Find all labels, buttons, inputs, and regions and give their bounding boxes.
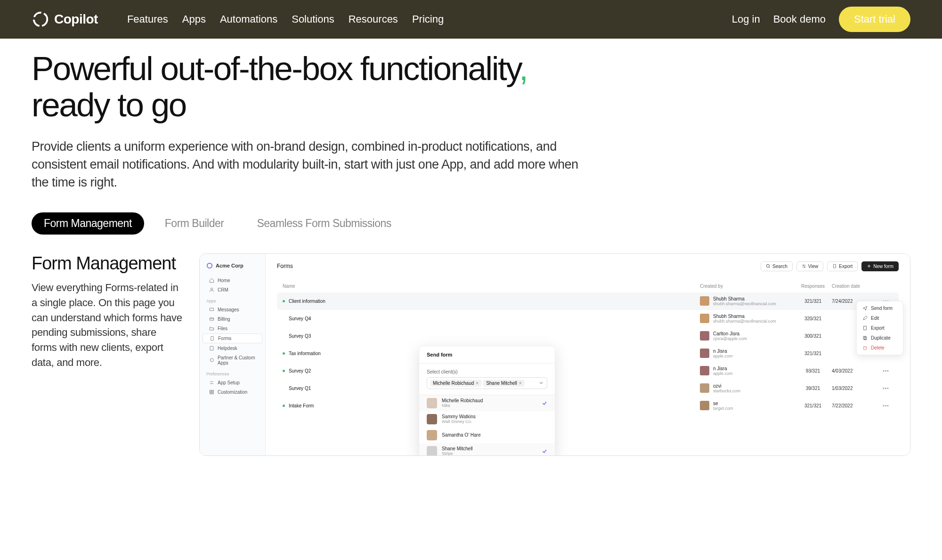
creator-name: n Jisra [713, 366, 733, 371]
option-company: Stripe [442, 451, 473, 456]
table-row[interactable]: Survey Q1 ozvistarbucks.com 39/321 1/03/… [277, 380, 899, 397]
check-icon [542, 448, 547, 454]
client-chip[interactable]: Michelle Robichaud× [430, 380, 481, 387]
send-form-modal: Send form Select client(s) Michelle Robi… [419, 346, 555, 456]
svg-point-2 [211, 288, 212, 290]
table-row[interactable]: Survey Q4 Shubh Sharmashubh.sharma@neofi… [277, 310, 899, 327]
row-more-button[interactable]: ••• [879, 368, 893, 373]
table-row[interactable]: Survey Q2 n Jisraapple.com 93/321 4/03/2… [277, 362, 899, 380]
avatar [700, 314, 709, 323]
sidebar-item-helpdesk[interactable]: Helpdesk [203, 344, 262, 353]
user-icon [209, 287, 214, 292]
nav-automations[interactable]: Automations [220, 13, 277, 25]
app-main: Forms Search View Export New form Name C… [266, 254, 910, 455]
view-button[interactable]: View [796, 261, 824, 271]
brand-name: Copilot [54, 12, 98, 27]
dropdown-option[interactable]: Shane MitchellStripe [419, 443, 555, 456]
row-more-button[interactable]: ••• [879, 403, 893, 408]
chip-remove-icon[interactable]: × [476, 381, 479, 386]
nav-solutions[interactable]: Solutions [292, 13, 334, 25]
send-icon [862, 306, 868, 311]
nav-resources[interactable]: Resources [349, 13, 398, 25]
site-header: Copilot Features Apps Automations Soluti… [0, 0, 942, 39]
avatar [427, 398, 437, 408]
sidebar-item-customization[interactable]: Customization [203, 388, 262, 397]
avatar [700, 383, 709, 393]
content-row: Form Management View everything Forms-re… [0, 235, 942, 456]
folder-icon [209, 326, 214, 331]
copilot-logo-icon [32, 10, 49, 28]
ctx-send-form[interactable]: Send form [857, 303, 903, 313]
brand-logo[interactable]: Copilot [32, 10, 98, 28]
new-form-button[interactable]: New form [861, 261, 899, 271]
row-more-button[interactable]: ••• [879, 386, 893, 391]
dropdown-option[interactable]: Michelle RobichaudNike [419, 395, 555, 411]
ctx-duplicate[interactable]: Duplicate [857, 333, 903, 343]
export-button[interactable]: Export [827, 261, 858, 271]
book-icon [209, 346, 214, 351]
nav-right: Log in Book demo Start trial [732, 7, 910, 32]
dropdown-option[interactable]: Samantha O' Hare [419, 427, 555, 443]
creator-email: apple.com [713, 354, 733, 358]
sidebar-item-home[interactable]: Home [203, 276, 262, 285]
col-created: Created by [700, 284, 794, 289]
sidebar-item-app-setup[interactable]: App Setup [203, 378, 262, 387]
svg-rect-27 [864, 347, 867, 349]
responses-count: 321/321 [794, 351, 832, 356]
form-name: Client information [289, 299, 325, 304]
tab-form-management[interactable]: Form Management [32, 212, 144, 235]
svg-point-0 [34, 13, 48, 26]
svg-rect-24 [864, 326, 867, 330]
chip-remove-icon[interactable]: × [519, 381, 522, 386]
avatar [427, 430, 437, 440]
sidebar-item-messages[interactable]: Messages [203, 305, 262, 314]
tab-form-builder[interactable]: Form Builder [153, 212, 236, 235]
sidebar-item-crm[interactable]: CRM [203, 285, 262, 294]
client-select[interactable]: Michelle Robichaud×Shane Mitchell× [427, 377, 547, 389]
book-demo-link[interactable]: Book demo [773, 13, 826, 25]
nav-pricing[interactable]: Pricing [412, 13, 444, 25]
content-text: Form Management View everything Forms-re… [32, 253, 182, 370]
svg-point-20 [804, 267, 805, 268]
section-body: View everything Forms-related in a singl… [32, 280, 182, 370]
message-icon [209, 307, 214, 312]
table-row[interactable]: Intake Form setarget.com 321/321 7/22/20… [277, 397, 899, 414]
dropdown-option[interactable]: Sammy WatkinsWalt Disney Co. [419, 411, 555, 427]
svg-point-19 [803, 265, 804, 266]
sidebar-item-files[interactable]: Files [203, 324, 262, 333]
status-dot-icon [283, 352, 285, 355]
svg-line-16 [769, 267, 770, 268]
table-row[interactable]: Tax information n Jisraapple.com 321/321… [277, 345, 899, 362]
ctx-delete[interactable]: Delete [857, 343, 903, 353]
table-row[interactable]: Client information Shubh Sharmashubh.sha… [277, 292, 899, 310]
sidebar-item-forms[interactable]: Forms [203, 333, 262, 343]
login-link[interactable]: Log in [732, 13, 760, 25]
main-toolbar: Forms Search View Export New form [277, 261, 899, 271]
sidebar-brand[interactable]: Acme Corp [200, 262, 265, 276]
col-name: Name [283, 284, 700, 289]
search-button[interactable]: Search [761, 261, 793, 271]
app-sidebar: Acme Corp HomeCRM Apps MessagesBillingFi… [200, 254, 266, 455]
option-name: Sammy Watkins [442, 414, 476, 419]
form-name: Survey Q1 [289, 386, 311, 391]
ctx-edit[interactable]: Edit [857, 313, 903, 323]
sidebar-item-billing[interactable]: Billing [203, 315, 262, 324]
main-title: Forms [277, 263, 293, 269]
nav-features[interactable]: Features [127, 13, 168, 25]
sidebar-item-partner-custom-apps[interactable]: Partner & Custom Apps [203, 353, 262, 367]
ctx-export[interactable]: Export [857, 323, 903, 333]
copy-icon [862, 335, 868, 341]
creator-name: Shubh Sharma [713, 314, 776, 319]
home-icon [209, 278, 214, 283]
hero-section: Powerful out-of-the-box functionality, r… [0, 39, 942, 192]
modal-title: Send form [419, 346, 555, 364]
option-name: Shane Mitchell [442, 446, 473, 451]
nav-apps[interactable]: Apps [182, 13, 206, 25]
table-row[interactable]: Survey Q3 Carlton Jisracjisra@apple.com … [277, 327, 899, 345]
file-icon [832, 264, 837, 268]
tab-seamless-submissions[interactable]: Seamless Form Submissions [244, 212, 403, 235]
client-chip[interactable]: Shane Mitchell× [483, 380, 524, 387]
edit-icon [862, 316, 868, 321]
option-name: Michelle Robichaud [442, 398, 483, 403]
start-trial-button[interactable]: Start trial [839, 7, 910, 32]
